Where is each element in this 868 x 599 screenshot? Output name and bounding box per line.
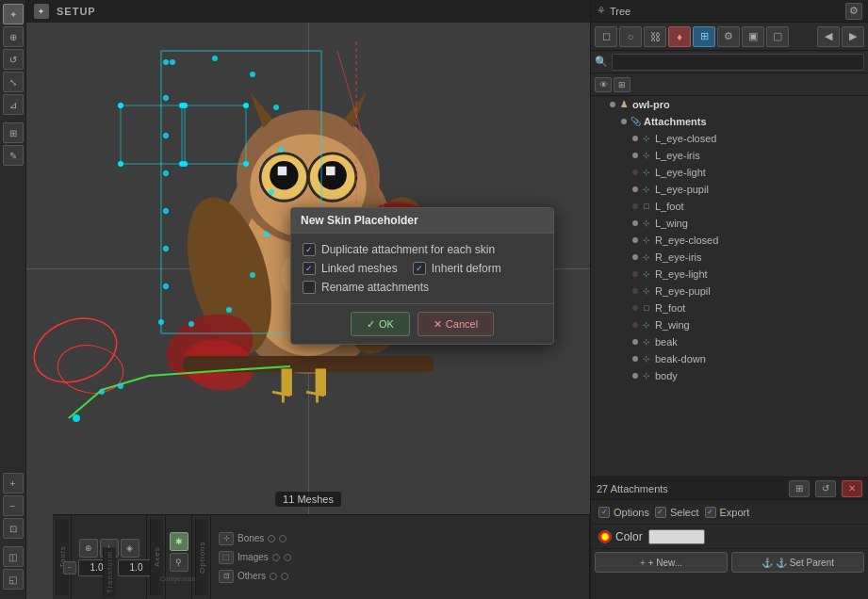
- tool-rotate[interactable]: ↺: [3, 49, 24, 70]
- tree-dot-5: [632, 203, 638, 209]
- svg-rect-25: [282, 368, 292, 396]
- viewport[interactable]: ✦ SETUP: [26, 0, 590, 599]
- icon-btn-filled[interactable]: ▣: [742, 26, 764, 47]
- ok-button[interactable]: ✓ OK: [351, 312, 410, 336]
- bones-icon[interactable]: ⊹: [219, 532, 234, 545]
- icon-btn-unfilled[interactable]: ▢: [766, 26, 789, 47]
- comp-btn-2[interactable]: ⚲: [170, 553, 188, 572]
- icon-btn-circle[interactable]: ○: [619, 26, 642, 47]
- others-icon[interactable]: ⊡: [219, 570, 234, 583]
- list-item[interactable]: ⊹ L_eye-iris: [591, 147, 868, 164]
- export-checkbox[interactable]: ✓: [705, 507, 716, 518]
- tree-label-3: L_eye-light: [655, 167, 706, 178]
- list-item[interactable]: ⊹ beak: [591, 333, 868, 350]
- list-item[interactable]: ⊹ R_eye-closed: [591, 232, 868, 249]
- tree-dot-12: [632, 322, 638, 328]
- tree-settings-btn[interactable]: ⚙: [845, 3, 862, 20]
- transform-btn-1[interactable]: ⊕: [79, 539, 98, 558]
- search-input[interactable]: [612, 54, 864, 71]
- others-label: Others: [237, 571, 266, 581]
- svg-point-63: [54, 340, 127, 397]
- transform-minus[interactable]: −: [63, 561, 76, 575]
- bp-delete-btn[interactable]: ✕: [842, 480, 862, 497]
- checkbox-rename-label: Rename attachments: [321, 281, 429, 294]
- set-parent-btn[interactable]: ⚓ ⚓ Set Parent: [731, 552, 864, 573]
- tree-icon: ⚘: [597, 5, 606, 17]
- images-icon[interactable]: ⬚: [219, 551, 234, 564]
- tree-icon-7: ⊹: [641, 235, 652, 246]
- tool-shear[interactable]: ⊿: [3, 94, 24, 115]
- setup-label: SETUP: [57, 6, 96, 17]
- axes-section: Axes: [147, 515, 166, 599]
- list-item[interactable]: ⊹ L_eye-light: [591, 164, 868, 181]
- list-item[interactable]: ⊹ R_eye-pupil: [591, 283, 868, 300]
- list-item[interactable]: ⊹ L_wing: [591, 215, 868, 232]
- list-item[interactable]: ⊹ R_eye-light: [591, 266, 868, 283]
- tree-dot-13: [632, 339, 638, 345]
- svg-point-66: [118, 383, 123, 389]
- tree-icon-3: ⊹: [641, 167, 652, 178]
- tool-mesh[interactable]: ⊞: [3, 122, 24, 143]
- options-section-label: Options: [192, 515, 211, 599]
- search-bar: 🔍: [591, 51, 868, 73]
- color-swatch[interactable]: [648, 529, 705, 544]
- others-toggle-row: ⊡ Others: [219, 570, 288, 583]
- tree-icon-11: □: [641, 302, 652, 314]
- icon-btn-gear[interactable]: ⚙: [717, 26, 740, 47]
- list-item[interactable]: □ L_foot: [591, 198, 868, 215]
- icon-btn-next[interactable]: ▶: [842, 26, 864, 47]
- icon-btn-cursor[interactable]: ◻: [595, 26, 617, 47]
- list-item[interactable]: ⊹ L_eye-closed: [591, 130, 868, 147]
- bp-filter-btn[interactable]: ⊞: [789, 480, 810, 497]
- list-item[interactable]: ⊹ R_wing: [591, 316, 868, 333]
- tree-visible-toggle[interactable]: 👁: [595, 77, 612, 92]
- tree-label-5: L_foot: [655, 201, 684, 212]
- transform-btn-3[interactable]: ◈: [121, 539, 139, 558]
- icon-btn-grid[interactable]: ⊞: [693, 26, 715, 47]
- list-item[interactable]: ⊹ beak-down: [591, 350, 868, 367]
- comp-btn-1[interactable]: ✱: [170, 532, 188, 551]
- tool-unknown1[interactable]: ◫: [3, 546, 24, 567]
- list-item[interactable]: ⊹ L_eye-pupil: [591, 181, 868, 198]
- svg-point-64: [73, 414, 80, 422]
- tree-icon-1: ⊹: [641, 133, 652, 144]
- tool-zoom-in[interactable]: +: [3, 473, 24, 494]
- tree-label-9: R_eye-light: [655, 268, 708, 280]
- tool-scale[interactable]: ⤡: [3, 72, 24, 92]
- new-btn[interactable]: + + New...: [595, 552, 728, 573]
- tool-paint[interactable]: ✎: [3, 145, 24, 166]
- viewport-titlebar: ✦ SETUP: [26, 0, 590, 23]
- tree-item-attachments[interactable]: 📎 Attachments: [591, 113, 868, 130]
- svg-rect-15: [278, 167, 287, 176]
- tree-dot-9: [632, 271, 638, 277]
- tool-unknown2[interactable]: ◱: [3, 569, 24, 590]
- icon-btn-link[interactable]: ⛓: [644, 26, 666, 47]
- ok-label: OK: [379, 318, 394, 330]
- tree-icon-root: ♟: [618, 99, 630, 110]
- tree-folder-toggle[interactable]: ⊞: [614, 77, 631, 92]
- right-title-text: Tree: [610, 6, 842, 17]
- list-item[interactable]: ⊹ body: [591, 367, 868, 384]
- tool-move[interactable]: ⊕: [3, 26, 24, 47]
- options-checkbox[interactable]: ✓: [598, 507, 610, 518]
- list-item[interactable]: □ R_foot: [591, 300, 868, 316]
- checkbox-rename[interactable]: [303, 281, 316, 294]
- options-vert-label: Options: [195, 519, 208, 595]
- list-item[interactable]: ⊹ R_eye-iris: [591, 249, 868, 266]
- tree-list[interactable]: ♟ owl-pro 📎 Attachments ⊹ L_eye-closed ⊹…: [591, 96, 868, 477]
- tool-zoom-out[interactable]: −: [3, 495, 24, 516]
- select-checkbox[interactable]: ✓: [655, 507, 666, 518]
- checkbox-inherit[interactable]: ✓: [413, 262, 426, 275]
- tool-select[interactable]: ✦: [3, 4, 24, 24]
- tree-label-15: body: [655, 370, 678, 381]
- tool-fit[interactable]: ⊡: [3, 518, 24, 539]
- tree-item-root[interactable]: ♟ owl-pro: [591, 96, 868, 113]
- cancel-button[interactable]: ✕ Cancel: [418, 312, 494, 336]
- icon-btn-diamond[interactable]: ♦: [668, 26, 691, 47]
- icon-btn-prev[interactable]: ◀: [817, 26, 840, 47]
- bp-refresh-btn[interactable]: ↺: [815, 480, 836, 497]
- checkbox-linked[interactable]: ✓: [303, 262, 316, 275]
- tree-label-8: R_eye-iris: [655, 251, 702, 263]
- checkbox-duplicate[interactable]: ✓: [303, 243, 316, 256]
- tree-dot-3: [632, 170, 638, 175]
